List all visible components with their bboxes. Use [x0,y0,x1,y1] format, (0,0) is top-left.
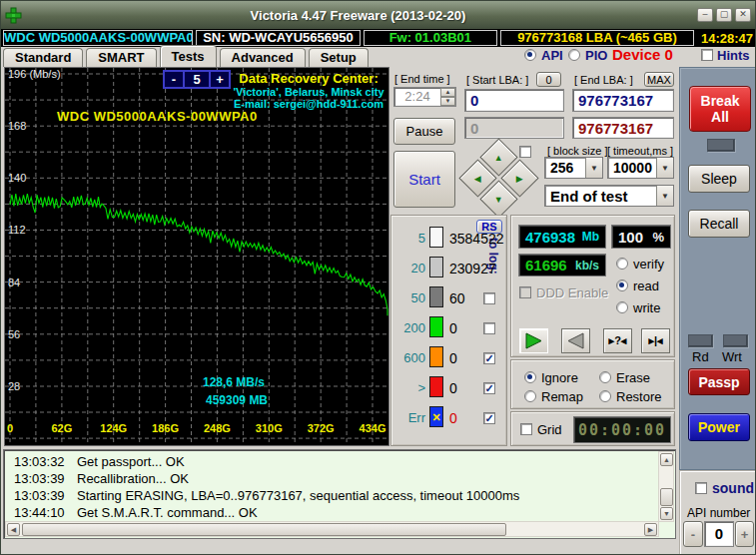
tab-standard[interactable]: Standard [3,48,83,67]
end-lba-input[interactable]: 976773167 [572,89,674,112]
graph-zoom-control: - 5 + [163,70,231,89]
start-lba-current: 0 [464,117,564,139]
zoom-in-button[interactable]: + [210,71,230,88]
after-action-select[interactable]: End of test ▼ [544,185,674,207]
write-label[interactable]: write [633,300,660,315]
api-number-value[interactable]: 0 [704,521,734,547]
start-lba-input[interactable]: 0 [464,89,564,112]
remap-label[interactable]: Remap [541,389,583,404]
erase-label[interactable]: Erase [616,370,650,385]
seek-edge-icon: ▸|◂ [648,334,662,347]
end-time-down-icon[interactable]: ▼ [440,97,455,106]
hscroll-thumb[interactable] [22,523,506,536]
passp-button[interactable]: Passp [688,368,750,395]
maximize-button[interactable]: ▢ [716,8,732,22]
max-lba-button[interactable]: MAX [644,72,674,87]
api-radio-label[interactable]: API [541,48,563,63]
latency-row: 20230927 [399,255,502,284]
erase-radio[interactable] [599,371,611,383]
nav-option-checkbox[interactable] [519,146,531,158]
action-sidebar: Break All Sleep Recall Rd Wrt Passp Powe… [679,67,756,470]
mb-value: 476938 [525,229,575,246]
latency-color-box [429,286,443,307]
start-lba-zero-button[interactable]: 0 [536,72,561,87]
timeout-label: [ timeout,ms ] [607,145,673,157]
api-number-plus-button[interactable]: + [735,521,754,547]
block-size-select[interactable]: 256 ▼ [544,157,603,179]
break-all-button[interactable]: Break All [689,86,751,132]
chevron-down-icon[interactable]: ▼ [656,186,673,206]
end-time-up-icon[interactable]: ▲ [440,88,455,97]
latency-stats-panel: RS to log: 5358452220230927506020006000>… [390,215,507,446]
x-axis-label: 310G [256,422,283,434]
verify-label[interactable]: verify [633,257,664,272]
remap-radio[interactable] [524,390,536,402]
ignore-radio[interactable] [524,371,536,383]
start-button[interactable]: Start [393,151,455,208]
scroll-up-icon[interactable]: ▲ [660,453,673,466]
to-log-checkbox[interactable] [483,292,495,304]
latency-color-box [429,346,443,367]
clock: 14:28:47 [701,31,753,46]
pio-radio[interactable] [568,49,580,61]
minimize-button[interactable]: – [697,8,713,22]
pio-radio-label[interactable]: PIO [585,48,607,63]
chevron-down-icon[interactable]: ▼ [656,158,673,178]
log-hscrollbar[interactable]: ◀ ▶ [5,521,659,537]
read-activity-led [688,334,713,347]
end-time-spinner[interactable]: 2:24 ▲ ▼ [393,87,456,107]
hints-label[interactable]: Hints [717,48,750,63]
recall-button[interactable]: Recall [688,210,750,238]
log-message: Recallibration... OK [77,471,189,486]
to-log-checkbox[interactable] [483,382,495,394]
play-button[interactable] [519,328,548,353]
scroll-left-icon[interactable]: ◀ [7,523,20,536]
vscroll-thumb[interactable] [660,488,673,506]
start-lba-label: [ Start LBA: ] [466,74,528,86]
grid-checkbox[interactable] [520,423,532,435]
to-log-checkbox[interactable] [483,412,495,424]
tab-tests[interactable]: Tests [160,45,217,67]
scroll-right-icon[interactable]: ▶ [644,523,657,536]
chevron-down-icon[interactable]: ▼ [585,158,602,178]
hints-checkbox[interactable] [701,49,713,61]
back-button[interactable] [561,328,590,353]
to-log-checkbox[interactable] [483,352,495,364]
y-axis-label: 112 [8,224,26,236]
after-action-value: End of test [545,188,628,205]
close-button[interactable]: ✕ [735,8,751,22]
latency-count: 230927 [449,261,496,277]
log-line: 13:44:10Get S.M.A.R.T. command... OK [5,504,654,521]
sleep-button[interactable]: Sleep [688,165,750,193]
ignore-label[interactable]: Ignore [541,370,578,385]
grid-label[interactable]: Grid [537,422,562,437]
speed-graph: - 5 + Data Recovery Center: 'Victoria', … [4,67,389,446]
timeout-select[interactable]: 10000 ▼ [607,157,674,179]
restore-label[interactable]: Restore [616,389,662,404]
read-label[interactable]: read [633,278,659,293]
pause-button[interactable]: Pause [393,118,455,145]
defect-action-panel: Ignore Remap Erase Restore [510,359,675,409]
log-vscrollbar[interactable]: ▲ ▼ [658,451,674,522]
api-number-minus-button[interactable]: - [683,521,703,547]
banner-title: Data Recovery Center: [233,71,384,86]
tab-advanced[interactable]: Advanced [220,48,306,67]
restore-radio[interactable] [599,390,611,402]
tab-setup[interactable]: Setup [309,48,369,67]
sound-checkbox[interactable] [695,482,707,494]
verify-radio[interactable] [616,258,628,270]
seek-test-button[interactable]: ▸?◂ [603,328,632,353]
seek-edge-button[interactable]: ▸|◂ [641,328,670,353]
sound-label[interactable]: sound [712,480,754,496]
write-radio[interactable] [616,301,628,313]
device-indicator: Device 0 [612,46,673,63]
power-button[interactable]: Power [688,413,750,441]
scroll-down-icon[interactable]: ▼ [660,507,673,520]
vendor-banner: Data Recovery Center: 'Victoria', Belaru… [233,71,384,110]
to-log-checkbox[interactable] [483,322,495,334]
app-icon [5,7,22,24]
api-radio[interactable] [524,49,536,61]
read-radio[interactable] [616,279,628,291]
tab-smart[interactable]: SMART [86,48,156,67]
zoom-out-button[interactable]: - [164,71,184,88]
